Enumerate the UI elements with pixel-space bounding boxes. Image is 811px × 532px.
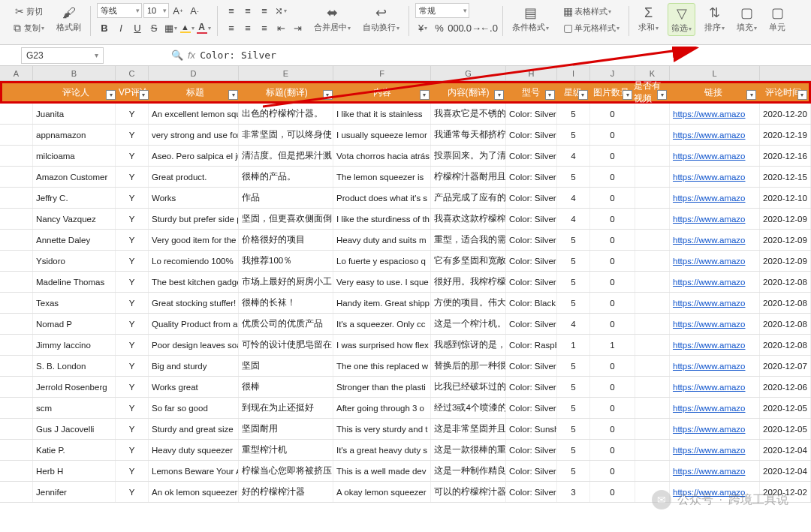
col-header[interactable]: F: [333, 66, 431, 80]
indent-increase-button[interactable]: ⇥: [290, 20, 305, 35]
table-row[interactable]: Herb HYLemons Beware Your Al柠檬当心您即将被挤压Th…: [0, 461, 811, 482]
cell-title-trans[interactable]: 可怜的设计使肥皂留在: [239, 335, 333, 355]
number-format-select[interactable]: 常规: [415, 3, 469, 18]
cell-title-trans[interactable]: 重型榨汁机: [239, 440, 333, 460]
cell-reviewer[interactable]: Herb H: [33, 461, 116, 481]
cell-reviewer[interactable]: Amazon Customer: [33, 167, 116, 187]
cell-stars[interactable]: 5: [557, 230, 590, 250]
cell-vp[interactable]: Y: [116, 272, 149, 292]
cell-reviewer[interactable]: Juanita: [33, 104, 116, 124]
cell-stars[interactable]: 4: [557, 188, 590, 208]
filter-cell-time[interactable]: 评论时间▾: [758, 83, 809, 101]
cell-title[interactable]: So far so good: [149, 398, 239, 418]
col-header[interactable]: I: [557, 66, 590, 80]
cell-link[interactable]: https://www.amazo: [670, 188, 760, 208]
cell-content[interactable]: Heavy duty and suits m: [333, 230, 431, 250]
cell-stars[interactable]: 5: [557, 251, 590, 271]
cell-model[interactable]: Color: Silver: [506, 167, 557, 187]
cell-date[interactable]: 2020-12-05: [760, 419, 811, 439]
cell-title-trans[interactable]: 柠檬当心您即将被挤压: [239, 461, 333, 481]
cell-content-trans[interactable]: 这是一种制作精良的柠: [431, 461, 506, 481]
cell-vp[interactable]: Y: [116, 293, 149, 313]
filter-cell-link[interactable]: 链接▾: [668, 83, 758, 101]
table-row[interactable]: JuanitaYAn excellent lemon squ出色的柠檬榨汁器。I…: [0, 104, 811, 125]
cell-content[interactable]: Product does what it's s: [333, 188, 431, 208]
cell-model[interactable]: Color: Silver: [506, 377, 557, 397]
cell-stars[interactable]: 5: [557, 125, 590, 145]
bold-button[interactable]: B: [97, 20, 112, 35]
col-header[interactable]: B: [33, 66, 116, 80]
table-row[interactable]: Madeline ThomasYThe best kitchen gadge市场…: [0, 272, 811, 293]
cell-model[interactable]: Color: Silver: [506, 398, 557, 418]
cell-date[interactable]: 2020-12-09: [760, 209, 811, 229]
table-row[interactable]: S. B. LondonYBig and sturdy坚固The one thi…: [0, 356, 811, 377]
table-row[interactable]: Katie P.YHeavy duty squeezer重型榨汁机It's a …: [0, 440, 811, 461]
cell-blank[interactable]: [0, 146, 33, 166]
cell-title[interactable]: Quality Product from a: [149, 314, 239, 334]
cut-button[interactable]: ✂剪切: [10, 3, 46, 20]
filter-cell-title[interactable]: 标题▾: [150, 83, 240, 101]
cell-link[interactable]: https://www.amazo: [670, 104, 760, 124]
cell-content-trans[interactable]: 这是一款很棒的重型榨: [431, 440, 506, 460]
filter-dropdown-icon[interactable]: ▾: [545, 90, 555, 100]
filter-cell-vp[interactable]: VP评论▾: [117, 83, 150, 101]
cell-stars[interactable]: 5: [557, 104, 590, 124]
cell-stars[interactable]: 5: [557, 398, 590, 418]
cell-content-trans[interactable]: 重型，适合我的需求: [431, 230, 506, 250]
cell-pics[interactable]: 0: [590, 419, 635, 439]
cell-date[interactable]: 2020-12-08: [760, 314, 811, 334]
cell-blank[interactable]: [0, 440, 33, 460]
cell-reviewer[interactable]: Nomad P: [33, 314, 116, 334]
cell-video[interactable]: [635, 167, 670, 187]
cell-title[interactable]: Big and sturdy: [149, 356, 239, 376]
cell-content[interactable]: The lemon squeezer is: [333, 167, 431, 187]
orientation-button[interactable]: ⤭▾: [273, 3, 288, 18]
currency-button[interactable]: ¥▾: [415, 20, 430, 35]
cell-date[interactable]: 2020-12-05: [760, 398, 811, 418]
table-row[interactable]: Annette DaleyYVery good item for the价格很好…: [0, 230, 811, 251]
cell-date[interactable]: 2020-12-06: [760, 377, 811, 397]
cell-content[interactable]: After going through 3 o: [333, 398, 431, 418]
cell-link[interactable]: https://www.amazo: [670, 377, 760, 397]
decimal-decrease-button[interactable]: ←.0: [481, 20, 496, 35]
cell-content-trans[interactable]: 柠檬榨汁器耐用且易于: [431, 167, 506, 187]
cell-title[interactable]: Great stocking stuffer!: [149, 293, 239, 313]
col-header[interactable]: J: [590, 66, 635, 80]
align-center-button[interactable]: ≡: [240, 20, 255, 35]
cell-reviewer[interactable]: Madeline Thomas: [33, 272, 116, 292]
table-row[interactable]: Jimmy IaccinoYPoor design leaves soap可怜的…: [0, 335, 811, 356]
cell-reviewer[interactable]: scm: [33, 398, 116, 418]
cell-title-trans[interactable]: 坚固，但更喜欢侧面倒: [239, 209, 333, 229]
cell-pics[interactable]: 0: [590, 146, 635, 166]
col-header[interactable]: G: [431, 66, 506, 80]
cell-title-trans[interactable]: 很棒的产品。: [239, 167, 333, 187]
cell-vp[interactable]: Y: [116, 146, 149, 166]
cell-title-trans[interactable]: 作品: [239, 188, 333, 208]
cell-blank[interactable]: [0, 188, 33, 208]
cell-pics[interactable]: 0: [590, 482, 635, 502]
cell-video[interactable]: [635, 251, 670, 271]
cell-content-trans[interactable]: 我感到惊讶的是，当挤: [431, 335, 506, 355]
cell-video[interactable]: [635, 398, 670, 418]
cell-content[interactable]: I like that it is stainless: [333, 104, 431, 124]
cell-pics[interactable]: 0: [590, 314, 635, 334]
cell-content[interactable]: I was surprised how flex: [333, 335, 431, 355]
filter-cell-model[interactable]: 型号▾: [505, 83, 556, 101]
cell-link[interactable]: https://www.amazo: [670, 335, 760, 355]
cell-pics[interactable]: 0: [590, 398, 635, 418]
cell-title[interactable]: Aseo. Pero salpica el ju: [149, 146, 239, 166]
cell-title[interactable]: The best kitchen gadge: [149, 272, 239, 292]
align-left-button[interactable]: ≡: [224, 20, 239, 35]
cell-blank[interactable]: [0, 377, 33, 397]
percent-button[interactable]: %: [432, 20, 447, 35]
cell-date[interactable]: 2020-12-04: [760, 461, 811, 481]
cell-date[interactable]: 2020-12-04: [760, 440, 811, 460]
border-button[interactable]: ▦▾: [163, 20, 178, 35]
cell-stars[interactable]: 5: [557, 419, 590, 439]
table-row[interactable]: YsidoroYLo recomiendo 100%我推荐100％Lo fuer…: [0, 251, 811, 272]
cell-content-trans[interactable]: 这是非常坚固并且足够: [431, 419, 506, 439]
underline-button[interactable]: U: [130, 20, 145, 35]
cell-link[interactable]: https://www.amazo: [670, 251, 760, 271]
filter-dropdown-icon[interactable]: ▾: [420, 90, 430, 100]
cell-title[interactable]: very strong and use for: [149, 125, 239, 145]
